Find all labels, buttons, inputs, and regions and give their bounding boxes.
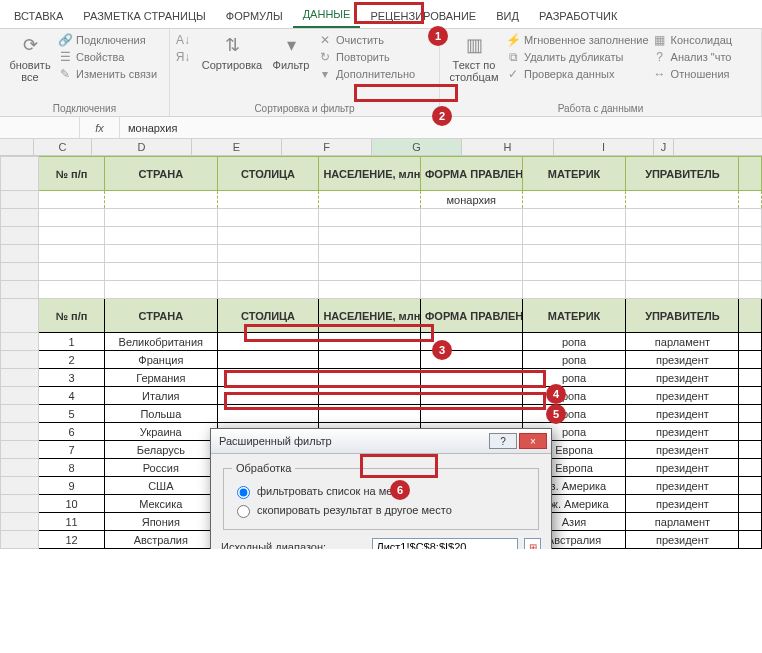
data-validation-button[interactable]: ✓Проверка данных xyxy=(506,67,649,81)
cell[interactable]: ропа xyxy=(522,387,626,405)
cell[interactable]: Великобритания xyxy=(104,333,217,351)
cell[interactable] xyxy=(522,281,626,299)
radio-copy-to[interactable]: скопировать результат в другое место xyxy=(232,502,530,518)
cell[interactable]: УПРАВИТЕЛЬ xyxy=(626,299,739,333)
cell[interactable]: президент xyxy=(626,441,739,459)
cell[interactable]: 4 xyxy=(39,387,104,405)
cell[interactable]: 12 xyxy=(39,531,104,549)
relationships-button[interactable]: ↔Отношения xyxy=(653,67,733,81)
cell[interactable] xyxy=(217,263,319,281)
cell[interactable]: президент xyxy=(626,405,739,423)
properties-button[interactable]: ☰Свойства xyxy=(58,50,157,64)
cell[interactable] xyxy=(626,245,739,263)
cell[interactable] xyxy=(319,405,421,423)
cell[interactable] xyxy=(39,227,104,245)
sort-asc-button[interactable]: A↓ xyxy=(176,33,196,47)
cell[interactable]: президент xyxy=(626,459,739,477)
cell[interactable] xyxy=(319,245,421,263)
cell[interactable] xyxy=(739,245,762,263)
cell[interactable]: президент xyxy=(626,495,739,513)
cell[interactable] xyxy=(420,227,522,245)
cell[interactable] xyxy=(217,245,319,263)
ribbon-tab[interactable]: РЕЦЕНЗИРОВАНИЕ xyxy=(360,6,486,28)
cell[interactable] xyxy=(626,281,739,299)
cell[interactable] xyxy=(420,333,522,351)
flash-fill-button[interactable]: ⚡Мгновенное заполнение xyxy=(506,33,649,47)
cell[interactable] xyxy=(739,263,762,281)
cell[interactable] xyxy=(319,263,421,281)
cell[interactable] xyxy=(739,513,762,531)
cell[interactable] xyxy=(39,263,104,281)
cell[interactable] xyxy=(217,191,319,209)
cell[interactable]: 5 xyxy=(39,405,104,423)
cell[interactable] xyxy=(420,387,522,405)
refresh-all-button[interactable]: ⟳ бновить все xyxy=(6,33,54,83)
cell[interactable]: президент xyxy=(626,423,739,441)
cell[interactable] xyxy=(420,263,522,281)
remove-duplicates-button[interactable]: ⧉Удалить дубликаты xyxy=(506,50,649,64)
cell[interactable] xyxy=(522,263,626,281)
cell[interactable] xyxy=(739,299,762,333)
cell[interactable] xyxy=(104,227,217,245)
cell[interactable] xyxy=(319,369,421,387)
cell[interactable] xyxy=(739,281,762,299)
cell[interactable] xyxy=(420,281,522,299)
range-picker-button[interactable]: ⊞ xyxy=(524,538,541,549)
ribbon-tab[interactable]: ВИД xyxy=(486,6,529,28)
cell[interactable] xyxy=(39,245,104,263)
cell[interactable] xyxy=(319,209,421,227)
cell[interactable] xyxy=(217,351,319,369)
cell[interactable] xyxy=(217,333,319,351)
sort-desc-button[interactable]: Я↓ xyxy=(176,50,196,64)
ribbon-tab[interactable]: РАЗМЕТКА СТРАНИЦЫ xyxy=(73,6,215,28)
cell[interactable] xyxy=(739,333,762,351)
dialog-close-button[interactable]: × xyxy=(519,433,547,449)
cell[interactable] xyxy=(104,245,217,263)
cell[interactable] xyxy=(319,227,421,245)
cell[interactable]: № п/п xyxy=(39,299,104,333)
cell[interactable]: Россия xyxy=(104,459,217,477)
cell[interactable] xyxy=(739,495,762,513)
dialog-help-button[interactable]: ? xyxy=(489,433,517,449)
dialog-titlebar[interactable]: Расширенный фильтр ? × xyxy=(211,429,551,454)
cell[interactable] xyxy=(739,405,762,423)
cell[interactable]: парламент xyxy=(626,513,739,531)
cell[interactable]: СТОЛИЦА xyxy=(217,299,319,333)
formula-value[interactable]: монархия xyxy=(120,122,185,134)
clear-filter-button[interactable]: ✕Очистить xyxy=(318,33,415,47)
column-header[interactable]: G xyxy=(372,139,462,155)
column-header[interactable]: J xyxy=(654,139,674,155)
cell[interactable] xyxy=(739,423,762,441)
cell[interactable] xyxy=(420,245,522,263)
cell[interactable] xyxy=(420,369,522,387)
cell[interactable] xyxy=(217,209,319,227)
cell[interactable] xyxy=(420,209,522,227)
cell[interactable]: 6 xyxy=(39,423,104,441)
cell[interactable]: 8 xyxy=(39,459,104,477)
cell[interactable]: Беларусь xyxy=(104,441,217,459)
cell[interactable]: Мексика xyxy=(104,495,217,513)
text-to-columns-button[interactable]: ▥ Текст по столбцам xyxy=(446,33,502,83)
radio-in-place-input[interactable] xyxy=(237,486,250,499)
cell[interactable] xyxy=(217,369,319,387)
cell[interactable]: Италия xyxy=(104,387,217,405)
cell[interactable] xyxy=(739,157,762,191)
cell[interactable]: ропа xyxy=(522,351,626,369)
cell[interactable] xyxy=(739,441,762,459)
cell[interactable]: СТРАНА xyxy=(104,157,217,191)
cell[interactable] xyxy=(420,351,522,369)
cell[interactable] xyxy=(626,227,739,245)
cell[interactable]: монархия xyxy=(420,191,522,209)
cell[interactable]: США xyxy=(104,477,217,495)
cell[interactable] xyxy=(739,369,762,387)
cell[interactable]: МАТЕРИК xyxy=(522,157,626,191)
cell[interactable] xyxy=(217,405,319,423)
cell[interactable] xyxy=(626,191,739,209)
edit-links-button[interactable]: ✎Изменить связи xyxy=(58,67,157,81)
cell[interactable]: 2 xyxy=(39,351,104,369)
column-header[interactable]: C xyxy=(34,139,92,155)
column-header[interactable]: F xyxy=(282,139,372,155)
column-header[interactable]: E xyxy=(192,139,282,155)
cell[interactable]: 9 xyxy=(39,477,104,495)
cell[interactable]: Украина xyxy=(104,423,217,441)
